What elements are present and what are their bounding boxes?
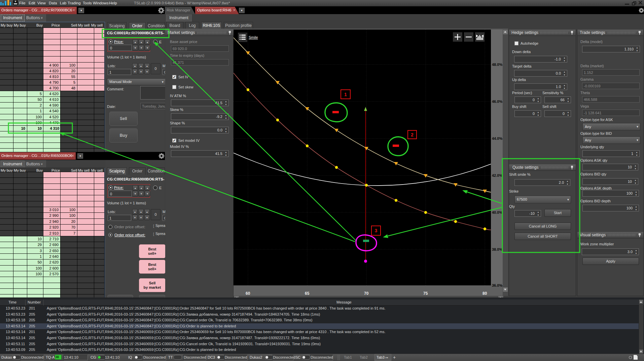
svg-text:46.0%: 46.0% xyxy=(492,99,502,104)
svg-text:70: 70 xyxy=(364,291,369,296)
svg-text:44.0%: 44.0% xyxy=(492,136,502,141)
svg-text:48.0%: 48.0% xyxy=(492,63,502,67)
svg-text:75: 75 xyxy=(423,291,428,296)
svg-text:65: 65 xyxy=(305,291,310,296)
svg-text:40.0%: 40.0% xyxy=(492,210,502,214)
svg-text:Smile: Smile xyxy=(249,35,258,39)
svg-text:38.0%: 38.0% xyxy=(492,247,502,251)
svg-text:42.0%: 42.0% xyxy=(492,173,502,177)
svg-text:36.0%: 36.0% xyxy=(492,283,502,287)
svg-text:60: 60 xyxy=(246,291,250,296)
svg-text:80: 80 xyxy=(482,291,487,296)
